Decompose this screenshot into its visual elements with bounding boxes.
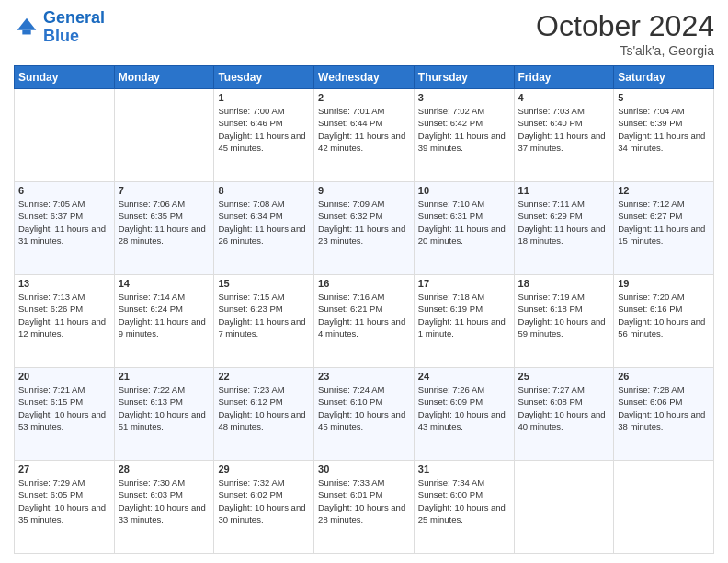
weekday-header-row: SundayMondayTuesdayWednesdayThursdayFrid… — [15, 66, 714, 89]
day-info: Sunrise: 7:24 AM Sunset: 6:10 PM Dayligh… — [318, 384, 410, 432]
day-info: Sunrise: 7:27 AM Sunset: 6:08 PM Dayligh… — [518, 384, 610, 432]
week-row-2: 6Sunrise: 7:05 AM Sunset: 6:37 PM Daylig… — [15, 182, 714, 275]
week-row-1: 1Sunrise: 7:00 AM Sunset: 6:46 PM Daylig… — [15, 89, 714, 182]
svg-rect-1 — [22, 30, 30, 35]
calendar-cell: 1Sunrise: 7:00 AM Sunset: 6:46 PM Daylig… — [214, 89, 314, 182]
calendar-cell: 3Sunrise: 7:02 AM Sunset: 6:42 PM Daylig… — [414, 89, 514, 182]
calendar-table: SundayMondayTuesdayWednesdayThursdayFrid… — [14, 65, 714, 554]
svg-marker-0 — [17, 18, 37, 30]
calendar-cell: 8Sunrise: 7:08 AM Sunset: 6:34 PM Daylig… — [214, 182, 314, 275]
day-number: 30 — [318, 464, 410, 475]
day-number: 26 — [618, 371, 710, 382]
calendar-cell: 31Sunrise: 7:34 AM Sunset: 6:00 PM Dayli… — [414, 461, 514, 554]
calendar-cell — [614, 461, 714, 554]
calendar-cell: 29Sunrise: 7:32 AM Sunset: 6:02 PM Dayli… — [214, 461, 314, 554]
day-info: Sunrise: 7:12 AM Sunset: 6:27 PM Dayligh… — [618, 198, 710, 247]
location: Ts'alk'a, Georgia — [536, 43, 714, 58]
day-info: Sunrise: 7:22 AM Sunset: 6:13 PM Dayligh… — [119, 384, 210, 432]
calendar-cell: 22Sunrise: 7:23 AM Sunset: 6:12 PM Dayli… — [214, 368, 314, 461]
calendar-cell: 2Sunrise: 7:01 AM Sunset: 6:44 PM Daylig… — [314, 89, 415, 182]
day-number: 4 — [518, 92, 610, 103]
calendar-cell: 30Sunrise: 7:33 AM Sunset: 6:01 PM Dayli… — [314, 461, 415, 554]
week-row-5: 27Sunrise: 7:29 AM Sunset: 6:05 PM Dayli… — [15, 461, 714, 554]
day-number: 1 — [218, 92, 310, 103]
day-info: Sunrise: 7:30 AM Sunset: 6:03 PM Dayligh… — [119, 477, 210, 525]
day-number: 15 — [218, 278, 310, 289]
day-number: 25 — [518, 371, 610, 382]
day-info: Sunrise: 7:00 AM Sunset: 6:46 PM Dayligh… — [218, 105, 310, 154]
calendar-cell: 6Sunrise: 7:05 AM Sunset: 6:37 PM Daylig… — [15, 182, 115, 275]
calendar-cell: 11Sunrise: 7:11 AM Sunset: 6:29 PM Dayli… — [514, 182, 614, 275]
calendar-cell: 19Sunrise: 7:20 AM Sunset: 6:16 PM Dayli… — [614, 275, 714, 368]
weekday-friday: Friday — [514, 66, 614, 89]
day-number: 22 — [218, 371, 310, 382]
weekday-thursday: Thursday — [414, 66, 514, 89]
calendar-cell: 14Sunrise: 7:14 AM Sunset: 6:24 PM Dayli… — [114, 275, 214, 368]
day-number: 14 — [119, 278, 210, 289]
day-number: 7 — [119, 185, 210, 196]
logo-text: General Blue — [43, 9, 105, 46]
day-number: 5 — [618, 92, 710, 103]
day-info: Sunrise: 7:01 AM Sunset: 6:44 PM Dayligh… — [318, 105, 410, 154]
day-number: 27 — [18, 464, 110, 475]
calendar-cell: 18Sunrise: 7:19 AM Sunset: 6:18 PM Dayli… — [514, 275, 614, 368]
day-number: 20 — [18, 371, 110, 382]
day-info: Sunrise: 7:13 AM Sunset: 6:26 PM Dayligh… — [18, 291, 110, 339]
day-info: Sunrise: 7:11 AM Sunset: 6:29 PM Dayligh… — [518, 198, 610, 247]
day-info: Sunrise: 7:02 AM Sunset: 6:42 PM Dayligh… — [418, 105, 510, 154]
calendar-cell: 17Sunrise: 7:18 AM Sunset: 6:19 PM Dayli… — [414, 275, 514, 368]
day-info: Sunrise: 7:18 AM Sunset: 6:19 PM Dayligh… — [418, 291, 510, 339]
day-number: 6 — [18, 185, 110, 196]
calendar-cell — [514, 461, 614, 554]
calendar-cell: 4Sunrise: 7:03 AM Sunset: 6:40 PM Daylig… — [514, 89, 614, 182]
day-number: 9 — [318, 185, 410, 196]
calendar-cell: 20Sunrise: 7:21 AM Sunset: 6:15 PM Dayli… — [15, 368, 115, 461]
day-info: Sunrise: 7:28 AM Sunset: 6:06 PM Dayligh… — [618, 384, 710, 432]
day-number: 2 — [318, 92, 410, 103]
day-number: 24 — [418, 371, 510, 382]
calendar-cell: 9Sunrise: 7:09 AM Sunset: 6:32 PM Daylig… — [314, 182, 415, 275]
day-info: Sunrise: 7:33 AM Sunset: 6:01 PM Dayligh… — [318, 477, 410, 525]
title-block: October 2024 Ts'alk'a, Georgia — [536, 9, 714, 58]
day-number: 28 — [119, 464, 210, 475]
day-info: Sunrise: 7:16 AM Sunset: 6:21 PM Dayligh… — [318, 291, 410, 339]
day-info: Sunrise: 7:10 AM Sunset: 6:31 PM Dayligh… — [418, 198, 510, 247]
calendar-cell: 10Sunrise: 7:10 AM Sunset: 6:31 PM Dayli… — [414, 182, 514, 275]
calendar-cell: 15Sunrise: 7:15 AM Sunset: 6:23 PM Dayli… — [214, 275, 314, 368]
day-info: Sunrise: 7:14 AM Sunset: 6:24 PM Dayligh… — [119, 291, 210, 339]
calendar-cell: 24Sunrise: 7:26 AM Sunset: 6:09 PM Dayli… — [414, 368, 514, 461]
day-info: Sunrise: 7:21 AM Sunset: 6:15 PM Dayligh… — [18, 384, 110, 432]
day-number: 16 — [318, 278, 410, 289]
calendar-cell: 23Sunrise: 7:24 AM Sunset: 6:10 PM Dayli… — [314, 368, 415, 461]
day-number: 19 — [618, 278, 710, 289]
day-info: Sunrise: 7:26 AM Sunset: 6:09 PM Dayligh… — [418, 384, 510, 432]
page: General Blue October 2024 Ts'alk'a, Geor… — [0, 0, 728, 563]
calendar-cell: 25Sunrise: 7:27 AM Sunset: 6:08 PM Dayli… — [514, 368, 614, 461]
week-row-3: 13Sunrise: 7:13 AM Sunset: 6:26 PM Dayli… — [15, 275, 714, 368]
day-number: 23 — [318, 371, 410, 382]
logo-general: General — [43, 8, 105, 27]
day-info: Sunrise: 7:03 AM Sunset: 6:40 PM Dayligh… — [518, 105, 610, 154]
day-number: 29 — [218, 464, 310, 475]
day-info: Sunrise: 7:04 AM Sunset: 6:39 PM Dayligh… — [618, 105, 710, 154]
day-number: 21 — [119, 371, 210, 382]
calendar-cell: 28Sunrise: 7:30 AM Sunset: 6:03 PM Dayli… — [114, 461, 214, 554]
day-info: Sunrise: 7:05 AM Sunset: 6:37 PM Dayligh… — [18, 198, 110, 247]
logo-icon — [14, 15, 40, 40]
calendar-cell — [15, 89, 115, 182]
day-info: Sunrise: 7:34 AM Sunset: 6:00 PM Dayligh… — [418, 477, 510, 525]
weekday-wednesday: Wednesday — [314, 66, 415, 89]
day-number: 13 — [18, 278, 110, 289]
calendar-cell: 7Sunrise: 7:06 AM Sunset: 6:35 PM Daylig… — [114, 182, 214, 275]
calendar-cell: 26Sunrise: 7:28 AM Sunset: 6:06 PM Dayli… — [614, 368, 714, 461]
day-info: Sunrise: 7:06 AM Sunset: 6:35 PM Dayligh… — [119, 198, 210, 247]
day-number: 11 — [518, 185, 610, 196]
calendar-cell: 12Sunrise: 7:12 AM Sunset: 6:27 PM Dayli… — [614, 182, 714, 275]
calendar-cell — [114, 89, 214, 182]
calendar-cell: 21Sunrise: 7:22 AM Sunset: 6:13 PM Dayli… — [114, 368, 214, 461]
day-info: Sunrise: 7:19 AM Sunset: 6:18 PM Dayligh… — [518, 291, 610, 339]
day-number: 8 — [218, 185, 310, 196]
day-info: Sunrise: 7:29 AM Sunset: 6:05 PM Dayligh… — [18, 477, 110, 525]
day-info: Sunrise: 7:15 AM Sunset: 6:23 PM Dayligh… — [218, 291, 310, 339]
calendar-cell: 27Sunrise: 7:29 AM Sunset: 6:05 PM Dayli… — [15, 461, 115, 554]
